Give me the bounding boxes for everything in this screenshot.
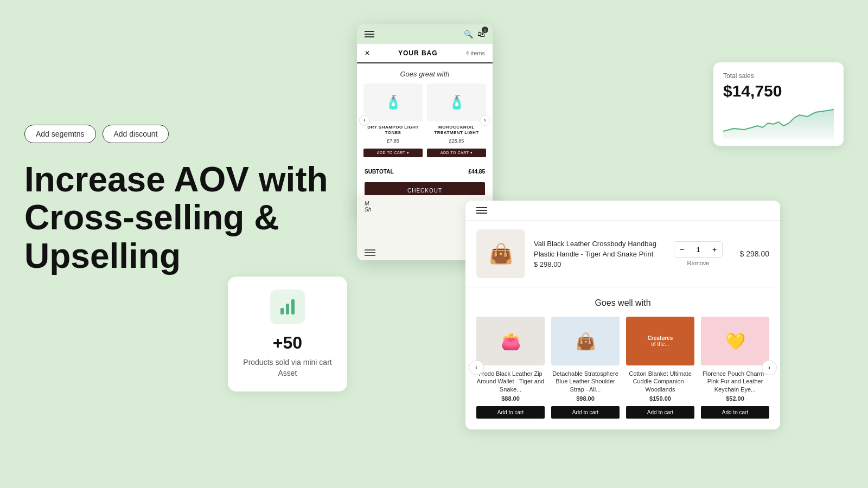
total-sales-card: Total sales $14,750 [713, 62, 844, 146]
quantity-input[interactable] [690, 246, 707, 254]
cart-subtotal: SUBTOTAL £44.85 [357, 164, 493, 179]
rec-product-name-1: Frodo Black Leather Zip Around Wallet - … [476, 370, 545, 393]
rec-add-button-4[interactable]: Add to cart [701, 406, 769, 419]
product-name-1: DRY SHAMPOO LIGHT TONES [363, 125, 423, 136]
decrease-qty-button[interactable]: − [674, 242, 690, 257]
rec-product-price-4: $52.00 [701, 395, 769, 402]
product-price-1: £7.85 [363, 138, 423, 144]
remove-link[interactable]: Remove [687, 260, 710, 266]
rec-product-price-3: $150.00 [626, 395, 694, 402]
carousel-prev-button[interactable]: ‹ [359, 115, 370, 126]
rec-product-2: 👜 Detachable Stratosphere Blue Leather S… [551, 317, 620, 419]
subtotal-value: £44.85 [468, 169, 485, 175]
total-sales-value: $14,750 [723, 82, 834, 100]
quantity-column: − + Remove [674, 241, 723, 266]
goes-well-section: Goes well with ‹ 👛 Frodo Black Leather Z… [465, 287, 780, 429]
total-sales-chart [723, 107, 834, 139]
bar-3 [291, 299, 295, 314]
product-image-2: 🧴 [427, 84, 486, 121]
desktop-cart: 👜 Vali Black Leather Crossbody Handbag P… [465, 201, 780, 429]
rec-product-price-1: $88.00 [476, 395, 545, 402]
rec-next-button[interactable]: › [762, 360, 777, 375]
button-row: Add segemtns Add discount [24, 125, 339, 143]
rec-product-name-4: Florence Pouch Charm - Pink Fur and Leat… [701, 370, 769, 393]
rec-product-price-2: $98.00 [551, 395, 620, 402]
mobile-cart-widget: 🔍 🛍 1 ✕ YOUR BAG 4 items Goes great with… [357, 24, 493, 213]
goes-well-title: Goes well with [476, 298, 769, 308]
rec-product-4: 💛 Florence Pouch Charm - Pink Fur and Le… [701, 317, 769, 419]
rec-product-image-1: 👛 [476, 317, 545, 365]
rec-product-1: 👛 Frodo Black Leather Zip Around Wallet … [476, 317, 545, 419]
add-discount-button[interactable]: Add discount [103, 125, 169, 143]
goes-great-title: Goes great with [363, 70, 486, 78]
product-recommendations: ‹ 👛 Frodo Black Leather Zip Around Walle… [476, 317, 769, 419]
carousel-next-button[interactable]: › [480, 115, 490, 126]
rec-add-button-2[interactable]: Add to cart [551, 406, 620, 419]
product-image-1: 🧴 [363, 84, 423, 121]
bar-1 [280, 308, 284, 314]
stat-card: +50 Products sold via mini cart Asset [228, 277, 347, 391]
rec-product-image-4: 💛 [701, 317, 769, 365]
quantity-control: − + [674, 241, 723, 258]
left-section: Add segemtns Add discount Increase AOV w… [24, 125, 339, 297]
add-segments-button[interactable]: Add segemtns [24, 125, 96, 143]
add-to-cart-button-2[interactable]: ADD TO CART ▾ [427, 149, 486, 157]
rec-product-3: Creatures of the... Cotton Blanket Ultim… [626, 317, 694, 419]
rec-product-name-2: Detachable Stratosphere Blue Leather Sho… [551, 370, 620, 393]
mobile-header-icons: 🔍 🛍 1 [464, 30, 485, 38]
cart-items-count: 4 items [466, 50, 485, 56]
subtotal-label: SUBTOTAL [365, 169, 394, 175]
search-icon[interactable]: 🔍 [464, 30, 473, 38]
product-name-2: MOROCCANOIL TREATMENT LIGHT [427, 125, 486, 136]
bar-2 [286, 304, 289, 314]
product-info: Vali Black Leather Crossbody Handbag Pla… [534, 239, 665, 268]
rec-prev-button[interactable]: ‹ [469, 360, 484, 375]
add-to-cart-button-1[interactable]: ADD TO CART ▾ [363, 149, 423, 157]
mobile-product-2: 🧴 MOROCCANOIL TREATMENT LIGHT £25.85 ADD… [427, 84, 486, 157]
mobile-product-1: 🧴 DRY SHAMPOO LIGHT TONES £7.85 ADD TO C… [363, 84, 423, 157]
item-total-price: $ 298.00 [731, 249, 769, 258]
rec-product-image-3: Creatures of the... [626, 317, 694, 365]
cart-header: ✕ YOUR BAG 4 items [357, 44, 493, 63]
bar-chart-icon [280, 299, 295, 314]
stat-description: Products sold via mini cart Asset [239, 357, 336, 378]
product-image-desktop: 👜 [476, 229, 525, 278]
product-price-2: £25.85 [427, 138, 486, 144]
page-headline: Increase AOV with Cross-selling & Upsell… [24, 160, 339, 275]
mobile-product-carousel: ‹ 🧴 DRY SHAMPOO LIGHT TONES £7.85 ADD TO… [363, 84, 486, 157]
rec-product-image-2: 👜 [551, 317, 620, 365]
increase-qty-button[interactable]: + [707, 242, 722, 257]
mobile-header: 🔍 🛍 1 [357, 24, 493, 44]
rec-add-button-3[interactable]: Add to cart [626, 406, 694, 419]
hamburger-icon[interactable] [365, 31, 374, 37]
rec-product-name-3: Cotton Blanket Ultimate Cuddle Companion… [626, 370, 694, 393]
product-name-desktop: Vali Black Leather Crossbody Handbag Pla… [534, 239, 665, 259]
bag-icon[interactable]: 🛍 1 [477, 30, 485, 38]
stat-number: +50 [273, 333, 302, 353]
product-price-desktop: $ 298.00 [534, 260, 665, 268]
cart-item-row: 👜 Vali Black Leather Crossbody Handbag P… [465, 221, 780, 287]
total-sales-label: Total sales [723, 72, 834, 80]
close-icon[interactable]: ✕ [365, 49, 370, 57]
desktop-cart-menu [465, 201, 780, 221]
rec-add-button-1[interactable]: Add to cart [476, 406, 545, 419]
stat-icon-box [270, 290, 305, 324]
goes-great-section: Goes great with ‹ 🧴 DRY SHAMPOO LIGHT TO… [357, 63, 493, 164]
cart-title: YOUR BAG [398, 49, 438, 57]
